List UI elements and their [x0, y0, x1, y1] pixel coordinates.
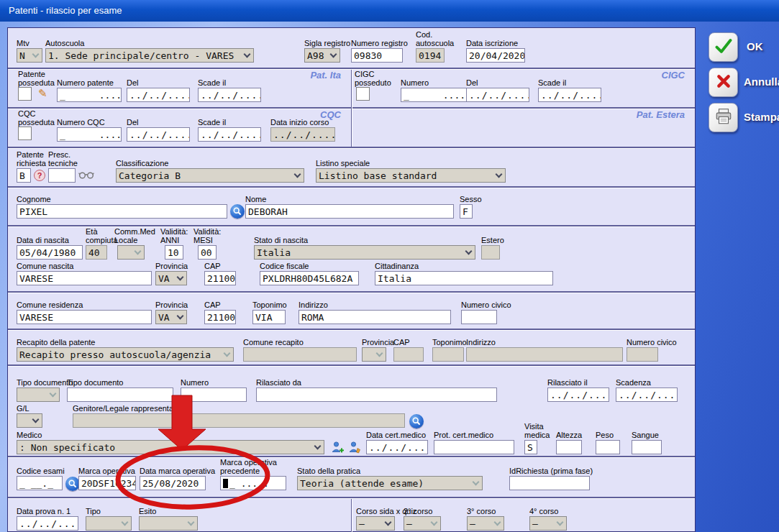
- ok-button[interactable]: [709, 32, 738, 62]
- patente-del-input[interactable]: ../../....: [127, 88, 190, 102]
- cqc-numero-input[interactable]: _ .....: [57, 127, 122, 142]
- tipo-documento-input[interactable]: [67, 387, 173, 402]
- cigc-del-input[interactable]: ../../....: [466, 88, 529, 102]
- codice-esami-field: Codice esami _ __._: [17, 467, 65, 490]
- cap-residenza-input[interactable]: 21100: [204, 310, 236, 324]
- data-iscrizione-input[interactable]: 20/04/2020: [466, 48, 525, 63]
- rilasciato-da-input[interactable]: [256, 387, 497, 402]
- listino-speciale-select[interactable]: Listino base standard: [316, 168, 506, 183]
- help-question-icon[interactable]: ?: [34, 170, 45, 181]
- chevron-down-icon: [294, 171, 301, 178]
- mtv-select[interactable]: N: [17, 48, 42, 63]
- cigc-posseduto-checkbox[interactable]: [356, 87, 370, 101]
- stato-nascita-field: Stato di nascita Italia: [254, 236, 475, 260]
- corso-sida-select[interactable]: –: [356, 516, 395, 531]
- chevron-down-icon: [385, 519, 392, 526]
- cqc-scade-field: Scade il ../../....: [198, 118, 261, 142]
- gl-select[interactable]: [17, 413, 42, 428]
- presc-tecniche-input[interactable]: [48, 168, 76, 183]
- patente-richiesta-input[interactable]: B: [17, 168, 31, 183]
- tipo-documento-select[interactable]: [17, 387, 60, 402]
- classificazione-select[interactable]: Categoria B: [116, 168, 304, 183]
- provincia-nascita-select[interactable]: VA: [155, 271, 187, 285]
- comune-nascita-input[interactable]: VARESE: [17, 271, 152, 285]
- corso2-field: 2° corso –: [404, 507, 441, 531]
- check-icon: [713, 35, 734, 60]
- chevron-down-icon: [177, 274, 184, 281]
- window-titlebar[interactable]: Patenti - rilascio per esame: [0, 0, 779, 22]
- documento-numero-input[interactable]: [181, 387, 247, 402]
- codice-fiscale-input[interactable]: PXLDRH80D45L682A: [260, 271, 359, 285]
- annulla-button[interactable]: [709, 68, 738, 97]
- rilasciato-il-input[interactable]: ../../....: [547, 387, 609, 402]
- sesso-input[interactable]: F: [460, 204, 473, 219]
- marca-operativa-input[interactable]: 20DSF10234: [78, 476, 136, 490]
- provincia-residenza-select[interactable]: VA: [155, 310, 187, 324]
- validita-mesi-field: Validità: MESI 00: [193, 227, 221, 260]
- patente-scade-input[interactable]: ../../....: [198, 88, 261, 102]
- cigc-scade-input[interactable]: ../../....: [538, 88, 601, 102]
- cqc-posseduta-checkbox[interactable]: [18, 127, 32, 140]
- cittadinanza-input[interactable]: Italia: [375, 271, 553, 285]
- sangue-input[interactable]: [632, 440, 662, 454]
- numero-civico-input[interactable]: [461, 310, 497, 324]
- corso4-select: –: [529, 516, 567, 531]
- altezza-input[interactable]: [556, 440, 582, 454]
- search-icon[interactable]: [230, 204, 245, 219]
- indirizzo-input[interactable]: ROMA: [299, 310, 451, 324]
- recapito-select[interactable]: Recapito presso autoscuola/agenzia: [17, 347, 234, 362]
- indirizzo-recapito-field: Indirizzo: [466, 338, 623, 362]
- sangue-field: Sangue: [632, 431, 662, 454]
- medico-field: Medico : Non specificato: [17, 431, 324, 454]
- data-prova-input[interactable]: ../../....: [17, 516, 78, 531]
- chevron-down-icon: [224, 350, 231, 357]
- codice-esami-input[interactable]: _ __._: [17, 476, 63, 490]
- cqc-scade-input[interactable]: ../../....: [198, 127, 261, 142]
- person-add-icon[interactable]: [330, 440, 345, 454]
- cognome-input[interactable]: PIXEL: [17, 204, 227, 219]
- comm-med-select[interactable]: [117, 245, 145, 260]
- search-icon[interactable]: [65, 477, 80, 491]
- divider: [8, 329, 695, 331]
- toponimo-input[interactable]: VIA: [252, 310, 286, 324]
- corso3-select: –: [467, 516, 504, 531]
- divider: [8, 456, 695, 458]
- search-icon[interactable]: [409, 414, 424, 428]
- comune-residenza-input[interactable]: VARESE: [17, 310, 152, 324]
- glasses-icon[interactable]: [78, 171, 94, 179]
- cap-nascita-input[interactable]: 21100: [204, 271, 236, 285]
- edit-pencil-icon[interactable]: ✎: [38, 87, 47, 100]
- stampa-button[interactable]: [709, 103, 738, 132]
- cqc-inizio-corso-input: ../../....: [270, 127, 335, 142]
- comune-residenza-field: Comune residenza VARESE: [17, 301, 152, 324]
- data-cert-medico-input[interactable]: ../../....: [366, 440, 428, 454]
- patente-posseduta-checkbox[interactable]: [18, 87, 32, 101]
- nome-input[interactable]: DEBORAH: [245, 204, 454, 219]
- chevron-down-icon: [473, 479, 480, 486]
- peso-input[interactable]: [596, 440, 620, 454]
- validita-anni-input[interactable]: 10: [165, 245, 183, 260]
- prot-cert-medico-input[interactable]: [434, 440, 514, 454]
- numero-patente-input[interactable]: _ .....: [57, 88, 122, 102]
- medico-select[interactable]: : Non specificato: [17, 440, 324, 454]
- marca-precedente-input[interactable]: _ .....: [220, 476, 286, 490]
- validita-mesi-input[interactable]: 00: [198, 245, 217, 260]
- data-marca-operativa-input[interactable]: 25/08/2020: [140, 476, 206, 490]
- cigc-numero-input[interactable]: _ .....: [401, 88, 467, 102]
- printer-icon: [714, 107, 733, 129]
- autoscuola-field: Autoscuola 1. Sede principale/centro - V…: [45, 39, 254, 63]
- visita-medica-input[interactable]: S: [524, 440, 537, 454]
- sigla-registro-select[interactable]: A98: [304, 48, 340, 63]
- stato-nascita-select[interactable]: Italia: [254, 245, 475, 260]
- numero-registro-input[interactable]: 09830: [351, 48, 403, 63]
- data-nascita-input[interactable]: 05/04/1980: [17, 245, 83, 260]
- chevron-down-icon: [376, 350, 383, 357]
- autoscuola-select[interactable]: 1. Sede principale/centro - VARES: [45, 48, 254, 63]
- idrichiesta-input[interactable]: [509, 476, 590, 490]
- cap-residenza-field: CAP 21100: [204, 301, 236, 324]
- patente-del-field: Del ../../....: [127, 78, 190, 102]
- person-edit-icon[interactable]: [347, 440, 362, 454]
- cqc-del-input[interactable]: ../../....: [127, 127, 190, 142]
- documento-scadenza-input[interactable]: ../../....: [616, 387, 678, 402]
- mtv-label: Mtv: [17, 39, 42, 47]
